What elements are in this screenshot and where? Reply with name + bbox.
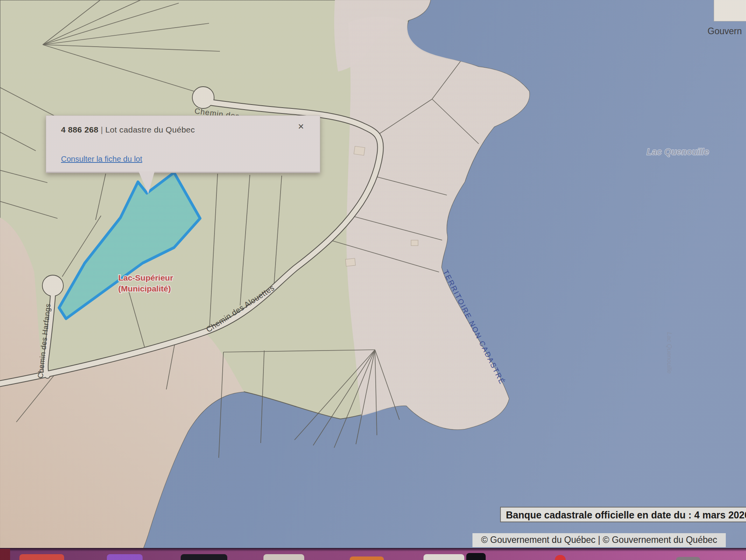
dock-icon-red[interactable] [19,554,64,560]
dock-icon-black[interactable] [181,554,227,560]
close-icon[interactable]: × [298,121,304,131]
lake-label-side: Lac Quenouille [666,332,673,374]
dock-icon-dark[interactable] [466,553,486,560]
consult-lot-link[interactable]: Consulter la fiche du lot [61,155,142,164]
dock-icon-gray[interactable] [676,557,700,560]
gouvernement-partial-text: Gouvern [708,26,742,37]
popup-title-text: Lot cadastre du Québec [105,125,195,134]
title-separator: | [98,125,105,134]
dock-icon-purple[interactable] [107,554,143,560]
lake-label-top: Lac Quenouille [647,147,709,157]
partial-window-corner [714,0,746,21]
dock-icon-red-dot[interactable] [555,555,566,560]
copyright-attribution: © Gouvernement du Québec | © Gouvernemen… [472,533,726,547]
cadastre-date-banner: Banque cadastrale officielle en date du … [500,507,746,522]
dock-bar [0,548,746,560]
municipality-label-line1: Lac-Supérieur [118,273,173,282]
lot-number: 4 886 268 [61,125,98,134]
screenshot-root: Chemin des Chemin des Alouettes Chemin d… [0,0,746,560]
cadastral-map[interactable]: Chemin des Chemin des Alouettes Chemin d… [0,0,746,560]
dock-corner-patch [0,549,10,560]
popup-title: 4 886 268|Lot cadastre du Québec [61,125,195,134]
municipality-label-line2: (Municipalité) [118,284,171,293]
dock-icon-beige[interactable] [263,554,304,560]
dock-icon-orange[interactable] [350,557,384,560]
dock-icon-white[interactable] [424,554,464,560]
lot-info-popup: 4 886 268|Lot cadastre du Québec Consult… [46,115,320,173]
